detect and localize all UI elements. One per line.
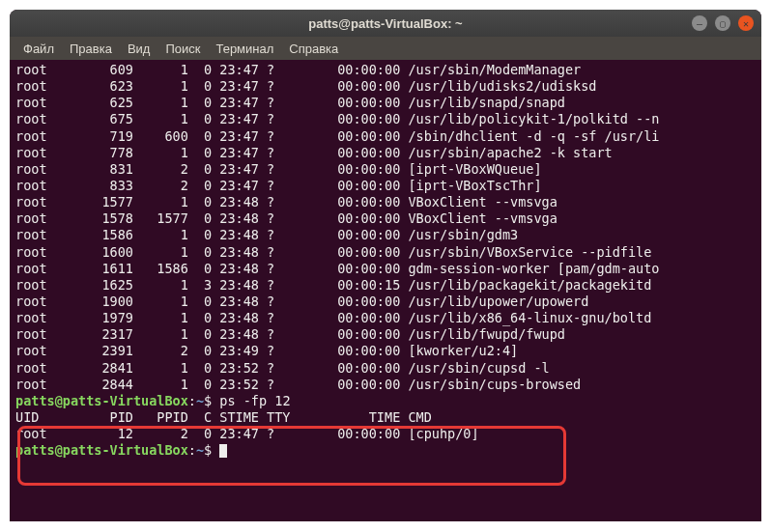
menu-view[interactable]: Вид bbox=[120, 40, 158, 58]
ps-row: root 2391 2 0 23:49 ? 00:00:00 [kworker/… bbox=[15, 343, 756, 359]
prompt-line: patts@patts-VirtualBox:~$ ps -fp 12 bbox=[15, 393, 756, 409]
ps-row: root 2841 1 0 23:52 ? 00:00:00 /usr/sbin… bbox=[15, 360, 756, 377]
ps-header: UID PID PPID C STIME TTY TIME CMD bbox=[15, 409, 756, 426]
ps-row: root 625 1 0 23:47 ? 00:00:00 /usr/lib/s… bbox=[15, 95, 756, 111]
ps-row: root 1577 1 0 23:48 ? 00:00:00 VBoxClien… bbox=[15, 194, 756, 210]
terminal-window: patts@patts-VirtualBox: ~ ‒ ▢ ✕ Файл Пра… bbox=[10, 10, 761, 521]
ps-row: root 1600 1 0 23:48 ? 00:00:00 /usr/sbin… bbox=[15, 244, 756, 261]
ps-row: root 778 1 0 23:47 ? 00:00:00 /usr/sbin/… bbox=[15, 145, 756, 161]
ps-row: root 831 2 0 23:47 ? 00:00:00 [iprt-VBox… bbox=[15, 161, 756, 178]
window-title: patts@patts-VirtualBox: ~ bbox=[17, 16, 754, 31]
ps-row: root 675 1 0 23:47 ? 00:00:00 /usr/lib/p… bbox=[15, 111, 756, 127]
titlebar: patts@patts-VirtualBox: ~ ‒ ▢ ✕ bbox=[10, 10, 761, 37]
ps-row: root 1586 1 0 23:48 ? 00:00:00 /usr/sbin… bbox=[15, 227, 756, 243]
minimize-button[interactable]: ‒ bbox=[692, 15, 707, 31]
ps-row: root 1625 1 3 23:48 ? 00:00:15 /usr/lib/… bbox=[15, 277, 756, 294]
ps-row: root 2317 1 0 23:48 ? 00:00:00 /usr/lib/… bbox=[15, 326, 756, 343]
ps-row: root 609 1 0 23:47 ? 00:00:00 /usr/sbin/… bbox=[15, 62, 756, 78]
maximize-button[interactable]: ▢ bbox=[715, 15, 730, 31]
ps-row: root 719 600 0 23:47 ? 00:00:00 /sbin/dh… bbox=[15, 128, 756, 145]
window-controls: ‒ ▢ ✕ bbox=[692, 15, 754, 31]
ps-row: root 1900 1 0 23:48 ? 00:00:00 /usr/lib/… bbox=[15, 294, 756, 310]
menu-search[interactable]: Поиск bbox=[157, 40, 208, 58]
menu-edit[interactable]: Правка bbox=[62, 40, 120, 58]
ps-row: root 1578 1577 0 23:48 ? 00:00:00 VBoxCl… bbox=[15, 210, 756, 227]
ps-row: root 1611 1586 0 23:48 ? 00:00:00 gdm-se… bbox=[15, 261, 756, 277]
menubar: Файл Правка Вид Поиск Терминал Справка bbox=[10, 37, 761, 60]
close-button[interactable]: ✕ bbox=[738, 15, 754, 31]
cursor bbox=[219, 444, 227, 458]
ps-row: root 623 1 0 23:47 ? 00:00:00 /usr/lib/u… bbox=[15, 78, 756, 95]
ps-row: root 833 2 0 23:47 ? 00:00:00 [iprt-VBox… bbox=[15, 178, 756, 194]
ps-row: root 1979 1 0 23:48 ? 00:00:00 /usr/lib/… bbox=[15, 310, 756, 326]
prompt-line-active: patts@patts-VirtualBox:~$ bbox=[15, 442, 756, 459]
terminal-body[interactable]: root 609 1 0 23:47 ? 00:00:00 /usr/sbin/… bbox=[10, 60, 761, 461]
ps-result-row: root 12 2 0 23:47 ? 00:00:00 [cpuhp/0] bbox=[15, 426, 756, 442]
ps-row: root 2844 1 0 23:52 ? 00:00:00 /usr/sbin… bbox=[15, 377, 756, 393]
menu-terminal[interactable]: Терминал bbox=[208, 40, 281, 58]
menu-file[interactable]: Файл bbox=[15, 40, 62, 58]
menu-help[interactable]: Справка bbox=[281, 40, 346, 58]
